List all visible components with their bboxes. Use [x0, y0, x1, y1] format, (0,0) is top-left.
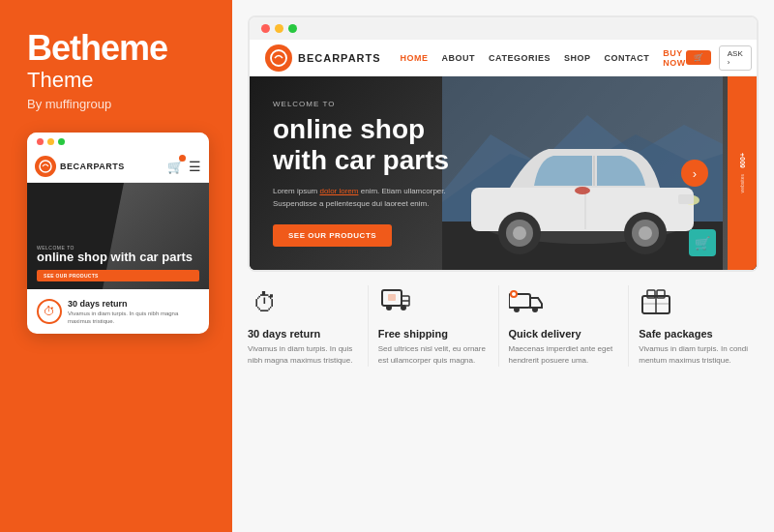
svg-point-22	[386, 305, 392, 310]
teal-cart-icon[interactable]: 🛒	[689, 229, 716, 256]
svg-rect-20	[388, 294, 396, 301]
feature-return: ⏱ 30 days return Vivamus in diam turpis.…	[248, 285, 369, 367]
features-row: ⏱ 30 days return Vivamus in diam turpis.…	[232, 272, 774, 367]
desktop-dot-yellow	[275, 24, 283, 33]
desktop-logo-text: BECARPARTS	[298, 52, 381, 64]
feature-shipping-icon	[378, 285, 413, 320]
desktop-dot-green	[288, 24, 297, 33]
feature-delivery-desc: Maecenas imperdiet ante eget hendrerit p…	[509, 343, 619, 367]
desktop-hero-content: WELCOME TO online shop with car parts Lo…	[250, 100, 509, 247]
mobile-feature-title: 30 days return	[68, 299, 199, 309]
desktop-nav-right: 🛒 ASK ›	[686, 45, 752, 71]
feature-delivery: Quick delivery Maecenas imperdiet ante e…	[499, 285, 630, 367]
left-panel: Betheme Theme By muffingroup BECARPARTS …	[0, 0, 232, 532]
feature-return-icon: ⏱	[248, 285, 283, 320]
nav-link-categories[interactable]: CATEGORIES	[489, 53, 551, 63]
brand-subtitle: Theme	[27, 68, 205, 93]
feature-packages-desc: Vivamus in diam turpis. In condi mentum …	[639, 343, 749, 367]
brand-by: By muffingroup	[27, 97, 205, 111]
desktop-logo-icon	[265, 44, 292, 72]
feature-shipping-title: Free shipping	[378, 328, 489, 340]
shipping-icon	[380, 286, 411, 319]
mobile-feature-desc: Vivamus in diam turpis. In quis nibh mag…	[68, 310, 199, 326]
desktop-welcome-label: WELCOME TO	[273, 100, 486, 108]
right-panel: BECARPARTS HOME ABOUT CATEGORIES SHOP CO…	[232, 0, 774, 532]
mobile-hero-button[interactable]: SEE OUR PRODUCTS	[37, 270, 199, 281]
mobile-menu-icon[interactable]: ☰	[189, 159, 201, 174]
svg-point-29	[512, 292, 516, 296]
svg-point-1	[271, 50, 286, 66]
feature-delivery-title: Quick delivery	[509, 328, 619, 340]
desktop-hero-title: online shop with car parts	[273, 114, 486, 176]
mobile-top-bar	[27, 133, 209, 151]
desktop-top-bar	[250, 17, 757, 40]
feature-packages-icon	[639, 285, 673, 320]
nav-link-buynow[interactable]: BUY NOW	[663, 48, 686, 68]
svg-point-23	[401, 305, 406, 310]
desktop-hero-button[interactable]: SEE OUR PRODUCTS	[273, 224, 392, 247]
feature-shipping-desc: Sed ultrices nisl velit, eu ornare est u…	[378, 343, 489, 367]
strip-sub: websites	[739, 174, 745, 192]
mobile-logo-icon	[35, 156, 56, 177]
hero-title-line2: with car parts	[273, 145, 449, 175]
desktop-nav-links: HOME ABOUT CATEGORIES SHOP CONTACT BUY N…	[401, 48, 686, 68]
svg-rect-17	[678, 194, 694, 204]
desktop-cart-button[interactable]: 🛒	[686, 50, 711, 65]
feature-packages-title: Safe packages	[639, 328, 749, 340]
mobile-feature: ⏱ 30 days return Vivamus in diam turpis.…	[27, 289, 209, 334]
mobile-dot-green	[58, 138, 65, 145]
hero-next-button[interactable]: ›	[681, 160, 708, 187]
svg-point-26	[514, 307, 520, 312]
desktop-logo: BECARPARTS	[265, 44, 381, 72]
hero-desc-link[interactable]: dolor lorem	[319, 187, 358, 195]
mobile-logo-text: BECARPARTS	[60, 162, 125, 171]
mobile-feature-icon: ⏱	[37, 299, 62, 324]
desktop-hero: WELCOME TO online shop with car parts Lo…	[250, 76, 757, 270]
svg-point-18	[575, 187, 590, 194]
mobile-cart-icon[interactable]: 🛒	[167, 158, 183, 175]
mobile-feature-text: 30 days return Vivamus in diam turpis. I…	[68, 299, 199, 326]
svg-point-10	[513, 226, 526, 240]
feature-return-desc: Vivamus in diam turpis. In quis nibh mag…	[248, 343, 358, 367]
mobile-hero-title: online shop with car parts	[37, 251, 199, 265]
cart-badge	[179, 155, 186, 162]
desktop-mockup: BECARPARTS HOME ABOUT CATEGORIES SHOP CO…	[248, 15, 759, 272]
mobile-nav: BECARPARTS 🛒 ☰	[27, 151, 209, 183]
svg-point-13	[639, 226, 652, 240]
packages-icon	[640, 286, 671, 319]
nav-link-home[interactable]: HOME	[401, 53, 429, 63]
nav-link-shop[interactable]: SHOP	[564, 53, 591, 63]
nav-link-about[interactable]: ABOUT	[442, 53, 476, 63]
desktop-ask-button[interactable]: ASK ›	[719, 45, 752, 71]
desktop-dot-red	[261, 24, 270, 33]
brand-title: Betheme	[27, 31, 205, 66]
mobile-nav-icons: 🛒 ☰	[167, 158, 201, 175]
feature-packages: Safe packages Vivamus in diam turpis. In…	[629, 285, 759, 367]
desktop-strip: 600+ websites	[728, 76, 757, 270]
svg-point-27	[532, 307, 538, 312]
mobile-dot-red	[37, 138, 44, 145]
feature-return-title: 30 days return	[248, 328, 358, 340]
delivery-icon	[509, 286, 544, 319]
nav-link-contact[interactable]: CONTACT	[604, 53, 649, 63]
desktop-nav: BECARPARTS HOME ABOUT CATEGORIES SHOP CO…	[250, 40, 757, 76]
svg-point-0	[40, 161, 51, 172]
strip-number: 600+	[739, 153, 746, 168]
mobile-dot-yellow	[47, 138, 54, 145]
return-icon: ⏱	[253, 288, 278, 318]
feature-shipping: Free shipping Sed ultrices nisl velit, e…	[369, 285, 499, 367]
hero-title-line1: online shop	[273, 114, 425, 144]
mobile-hero: WELCOME TO online shop with car parts SE…	[27, 183, 209, 289]
mobile-logo: BECARPARTS	[35, 156, 125, 177]
mobile-mockup: BECARPARTS 🛒 ☰ WELCOME TO online shop wi…	[27, 133, 209, 334]
desktop-hero-desc: Lorem ipsum dolor lorem enim. Etiam ulla…	[273, 186, 486, 211]
feature-delivery-icon	[509, 285, 544, 320]
